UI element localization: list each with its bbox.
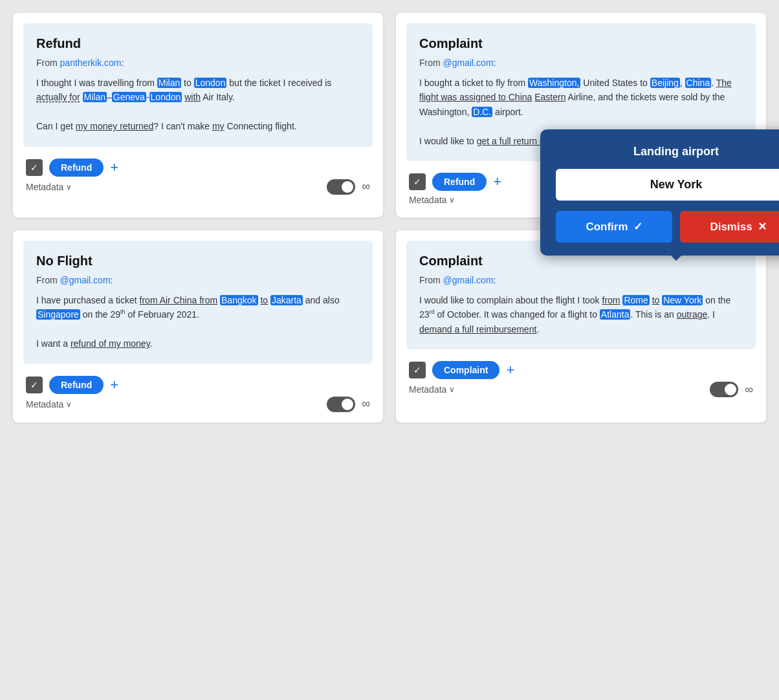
- from-email-complaint-1[interactable]: @gmail.com: [443, 58, 494, 68]
- card-footer-complaint-2: ✓ Complaint +: [406, 357, 756, 379]
- meta-right-complaint-2: ∞: [710, 382, 753, 397]
- highlight-china-1: China: [685, 78, 712, 88]
- popup-container: Landing airport Confirm ✓ Dismiss ✕: [540, 129, 779, 256]
- underline-demand: demand a full reimbursement: [419, 324, 536, 334]
- underline-my: my: [212, 121, 225, 131]
- plus-btn-complaint-2[interactable]: +: [506, 363, 514, 377]
- highlight-bangkok: Bangkok: [220, 295, 258, 305]
- underline-money-returned: my money returned: [76, 121, 154, 131]
- underline-eastern: Eastern: [534, 92, 565, 102]
- toggle-refund-1[interactable]: [327, 179, 355, 195]
- plus-btn-noflight-1[interactable]: +: [110, 378, 118, 392]
- confirm-check-icon: ✓: [633, 220, 642, 234]
- chevron-down-icon-noflight-1: ∨: [66, 400, 72, 409]
- metadata-label-noflight-1[interactable]: Metadata ∨: [26, 399, 72, 410]
- meta-bar-noflight-1: Metadata ∨ ∞: [23, 394, 373, 412]
- highlight-newyork: New York: [662, 295, 703, 305]
- popup-title: Landing airport: [556, 145, 779, 159]
- meta-bar-refund-1: Metadata ∨ ∞: [23, 177, 373, 195]
- confirm-button[interactable]: Confirm ✓: [556, 211, 672, 243]
- check-icon-complaint-2[interactable]: ✓: [409, 362, 426, 378]
- card-noflight-1: No Flight From @gmail.com: I have purcha…: [13, 230, 383, 422]
- chevron-down-icon-complaint-2: ∨: [449, 385, 455, 394]
- card-complaint-1: Complaint From @gmail.com: I bought a ti…: [396, 13, 766, 217]
- from-email-refund-1[interactable]: pantherkik.com: [60, 58, 122, 68]
- from-line-noflight-1: From @gmail.com:: [36, 275, 360, 285]
- highlight-singapore: Singapore: [36, 309, 80, 320]
- check-icon-complaint-1[interactable]: ✓: [409, 173, 426, 190]
- highlight-geneva: Geneva: [112, 92, 146, 102]
- plus-btn-complaint-1[interactable]: +: [493, 175, 501, 189]
- underline-from-air-china: from Air China from: [140, 295, 218, 305]
- tag-btn-noflight-1[interactable]: Refund: [49, 376, 104, 394]
- underline-to: to: [260, 295, 268, 305]
- dismiss-button[interactable]: Dismiss ✕: [680, 211, 779, 243]
- check-icon-refund-1[interactable]: ✓: [26, 159, 43, 176]
- confirm-label: Confirm: [586, 221, 628, 234]
- from-line-refund-1: From pantherkik.com:: [36, 58, 360, 68]
- link-icon-complaint-2[interactable]: ∞: [745, 383, 753, 397]
- link-icon-refund-1[interactable]: ∞: [362, 180, 370, 193]
- card-inner-noflight-1: No Flight From @gmail.com: I have purcha…: [23, 241, 373, 364]
- toggle-complaint-2[interactable]: [710, 382, 738, 397]
- from-line-complaint-1: From @gmail.com:: [419, 58, 743, 68]
- card-complaint-2: Complaint From @gmail.com: I would like …: [396, 230, 766, 422]
- highlight-milan-2: Milan: [83, 92, 107, 102]
- card-refund-1: Refund From pantherkik.com: I thought I …: [13, 13, 383, 217]
- landing-airport-input[interactable]: [556, 169, 779, 201]
- tag-btn-complaint-1[interactable]: Refund: [432, 173, 487, 191]
- metadata-label-complaint-1[interactable]: Metadata ∨: [409, 195, 455, 205]
- card-footer-noflight-1: ✓ Refund +: [23, 372, 373, 394]
- highlight-london-2: London: [149, 92, 182, 102]
- underline-from-rome: from: [602, 295, 620, 305]
- popup-buttons: Confirm ✓ Dismiss ✕: [556, 211, 779, 243]
- tag-btn-refund-1[interactable]: Refund: [49, 159, 104, 177]
- card-title-noflight-1: No Flight: [36, 254, 360, 268]
- metadata-label-refund-1[interactable]: Metadata ∨: [26, 182, 72, 192]
- meta-bar-complaint-2: Metadata ∨ ∞: [406, 379, 756, 397]
- card-inner-refund-1: Refund From pantherkik.com: I thought I …: [23, 23, 373, 147]
- plus-btn-refund-1[interactable]: +: [110, 160, 118, 175]
- card-body-noflight-1: I have purchased a ticket from Air China…: [36, 293, 360, 351]
- card-inner-complaint-2: Complaint From @gmail.com: I would like …: [406, 241, 756, 349]
- metadata-label-complaint-2[interactable]: Metadata ∨: [409, 384, 455, 395]
- underline-to-newyork: to: [652, 295, 660, 305]
- card-title-complaint-1: Complaint: [419, 36, 743, 51]
- from-email-complaint-2[interactable]: @gmail.com: [443, 275, 494, 285]
- highlight-jakarta: Jakarta: [270, 295, 303, 305]
- highlight-london-1: London: [194, 78, 227, 88]
- underline-actually: actually for: [36, 92, 80, 102]
- chevron-down-icon-complaint-1: ∨: [449, 195, 455, 204]
- chevron-down-icon-refund-1: ∨: [66, 182, 72, 191]
- underline-outrage: outrage: [677, 309, 707, 320]
- dismiss-x-icon: ✕: [758, 220, 767, 234]
- card-body-complaint-2: I would like to complain about the fligh…: [419, 293, 743, 336]
- card-body-refund-1: I thought I was travelling from Milan to…: [36, 76, 360, 134]
- meta-right-noflight-1: ∞: [327, 397, 370, 412]
- highlight-milan-1: Milan: [157, 78, 181, 88]
- meta-right-refund-1: ∞: [327, 179, 370, 195]
- card-footer-refund-1: ✓ Refund +: [23, 155, 373, 177]
- tag-btn-complaint-2[interactable]: Complaint: [432, 361, 499, 379]
- main-grid: Refund From pantherkik.com: I thought I …: [13, 13, 766, 422]
- from-email-noflight-1[interactable]: @gmail.com: [60, 275, 111, 285]
- underline-refund-money: refund of my money: [71, 338, 150, 349]
- highlight-rome: Rome: [622, 295, 649, 305]
- from-line-complaint-2: From @gmail.com:: [419, 275, 743, 285]
- toggle-noflight-1[interactable]: [327, 397, 355, 412]
- highlight-beijing: Beijing: [650, 78, 680, 88]
- underline-with: with: [184, 92, 201, 102]
- landing-airport-popup: Landing airport Confirm ✓ Dismiss ✕: [540, 129, 779, 256]
- card-title-complaint-2: Complaint: [419, 254, 743, 268]
- highlight-dc: D.C.: [472, 107, 492, 117]
- highlight-washington: Washington,: [528, 78, 580, 88]
- card-title-refund-1: Refund: [36, 36, 360, 51]
- check-icon-noflight-1[interactable]: ✓: [26, 377, 43, 393]
- dismiss-label: Dismiss: [710, 221, 752, 234]
- highlight-atlanta: Atlanta: [600, 309, 631, 320]
- link-icon-noflight-1[interactable]: ∞: [362, 397, 370, 411]
